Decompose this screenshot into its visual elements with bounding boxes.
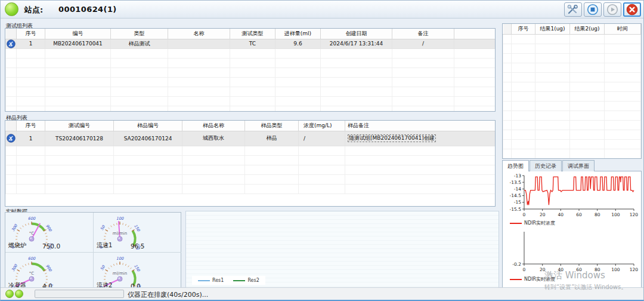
table-cell: 1 xyxy=(17,39,45,48)
table-cell: SA202406170124 xyxy=(114,131,182,146)
table-cell: MB202406170041 xyxy=(45,39,111,48)
empty-row xyxy=(503,44,641,53)
play-icon xyxy=(606,4,618,16)
svg-text:600: 600 xyxy=(28,216,36,221)
empty-row xyxy=(6,58,496,67)
column-header[interactable]: 样品编号 xyxy=(114,121,182,131)
empty-row xyxy=(6,77,496,87)
svg-text:120: 120 xyxy=(630,212,639,217)
trend-chart-2: -0.2020406080100120 xyxy=(504,229,641,273)
data-grid: 序号编号类型名称测试类型进样量(ml)创建日期备注1MB202406170041… xyxy=(5,29,496,112)
table-cell: TC xyxy=(230,39,275,48)
gauge-value: 750.0 xyxy=(42,242,60,250)
stop-button[interactable] xyxy=(584,2,602,17)
empty-row xyxy=(503,110,641,120)
svg-text:120: 120 xyxy=(630,267,639,272)
svg-text:50: 50 xyxy=(100,224,107,231)
column-header[interactable]: 样品名称 xyxy=(182,121,245,131)
empty-row xyxy=(503,130,641,139)
results-chart: Res1Res2 xyxy=(185,211,499,288)
column-header[interactable]: 样品类型 xyxy=(245,121,299,131)
table-row[interactable]: 1TS202406170128SA202406170124城西取水样品/随测试组… xyxy=(6,131,496,146)
table-cell xyxy=(168,39,230,48)
table-header-row: 序号编号类型名称测试类型进样量(ml)创建日期备注 xyxy=(6,29,496,39)
gauge-1: 03006009001200°C燃烧炉750.0 xyxy=(5,213,94,253)
empty-row xyxy=(6,174,496,184)
table-cell: 9.6 xyxy=(275,39,321,48)
tab-history[interactable]: 历史记录 xyxy=(530,160,562,171)
column-header[interactable]: 名称 xyxy=(168,29,230,39)
column-header[interactable]: 序号 xyxy=(17,29,45,39)
svg-text:900: 900 xyxy=(45,223,53,232)
connection-status-light xyxy=(5,2,18,16)
column-header[interactable]: 结果1(ug) xyxy=(535,24,570,34)
column-header[interactable]: 测试编号 xyxy=(45,121,114,131)
site-value: 00010624(1) xyxy=(58,5,117,14)
table-row[interactable]: 1MB202406170041样品测试TC9.62024/6/17 13:31:… xyxy=(6,39,496,48)
empty-row xyxy=(6,48,496,58)
column-header[interactable]: 进样量(ml) xyxy=(275,29,321,39)
wrench-icon xyxy=(567,5,579,15)
svg-text:40: 40 xyxy=(558,212,564,217)
gauge-2: 050100150200ml/min流速196.5 xyxy=(94,213,181,253)
empty-row xyxy=(6,165,496,174)
empty-row xyxy=(6,87,496,96)
status-bar: 仪器正在排废(40s/200s)... xyxy=(1,287,643,300)
tab-trend[interactable]: 趋势图 xyxy=(502,160,529,171)
svg-text:60: 60 xyxy=(576,212,582,217)
column-header[interactable]: 结果2(ug) xyxy=(570,24,605,34)
legend-item: Res1 xyxy=(198,278,224,283)
svg-text:80: 80 xyxy=(595,212,600,217)
empty-row xyxy=(6,106,496,112)
svg-text:100: 100 xyxy=(116,256,124,261)
column-header[interactable]: 浓度(mg/L) xyxy=(299,121,345,131)
column-header[interactable]: 时间 xyxy=(605,24,641,34)
column-header[interactable]: 备注 xyxy=(392,29,454,39)
svg-text:0: 0 xyxy=(523,267,526,272)
svg-text:900: 900 xyxy=(45,263,53,272)
realtime-panel: 03006009001200°C燃烧炉750.0050100150200ml/m… xyxy=(5,212,181,288)
tools-button[interactable] xyxy=(564,2,582,17)
tab-debug[interactable]: 调试界面 xyxy=(562,160,595,171)
column-header[interactable]: 序号 xyxy=(17,121,45,131)
empty-row xyxy=(503,101,641,110)
column-header[interactable]: 创建日期 xyxy=(321,29,392,39)
svg-text:-14.5: -14.5 xyxy=(510,193,522,198)
column-header[interactable]: 样品备注 xyxy=(345,121,496,131)
svg-text:20: 20 xyxy=(540,212,546,217)
empty-row xyxy=(503,34,641,44)
site-label: 站点: xyxy=(24,5,43,16)
empty-row xyxy=(503,139,641,149)
stop-icon xyxy=(587,4,599,16)
column-header[interactable]: 编号 xyxy=(45,29,111,39)
trend-chart-2-legend: NDIR实时浓度 xyxy=(510,276,555,282)
play-button[interactable] xyxy=(603,2,621,17)
data-grid: 序号测试编号样品编号样品名称样品类型浓度(mg/L)样品备注1TS2024061… xyxy=(5,121,496,194)
right-tab-bar: 趋势图历史记录调试界面 xyxy=(502,160,595,171)
empty-row xyxy=(6,146,496,155)
progress-bar xyxy=(35,290,124,298)
gauge-3: 03006009001200°C冷凝器4.0 xyxy=(5,253,94,292)
close-button[interactable] xyxy=(623,2,641,17)
gauge-label: 流速1 xyxy=(97,241,112,250)
svg-text:100: 100 xyxy=(611,267,620,272)
status-led-2 xyxy=(15,290,23,298)
svg-text:°C: °C xyxy=(29,271,35,276)
empty-row xyxy=(6,155,496,165)
gauge-value: 96.5 xyxy=(131,242,144,250)
svg-text:40: 40 xyxy=(558,267,564,272)
table-cell: 1 xyxy=(17,131,45,146)
column-header[interactable]: 测试类型 xyxy=(230,29,275,39)
legend-item: NDIR实时浓度 xyxy=(510,276,555,282)
app-window: 站点: 00010624(1) xyxy=(0,0,644,301)
table-header-row: 序号结果1(ug)结果2(ug)时间 xyxy=(503,24,641,34)
row-tool-icon xyxy=(7,39,16,48)
column-header[interactable]: 序号 xyxy=(512,24,535,34)
empty-row xyxy=(6,67,496,77)
svg-text:-0.2: -0.2 xyxy=(512,262,521,267)
table-cell: 2024/6/17 13:31:44 xyxy=(321,39,392,48)
gauge-label: 燃烧炉 xyxy=(8,241,26,250)
column-header[interactable]: 类型 xyxy=(111,29,168,39)
data-grid: 序号结果1(ug)结果2(ug)时间 xyxy=(503,24,641,159)
empty-row xyxy=(6,184,496,194)
